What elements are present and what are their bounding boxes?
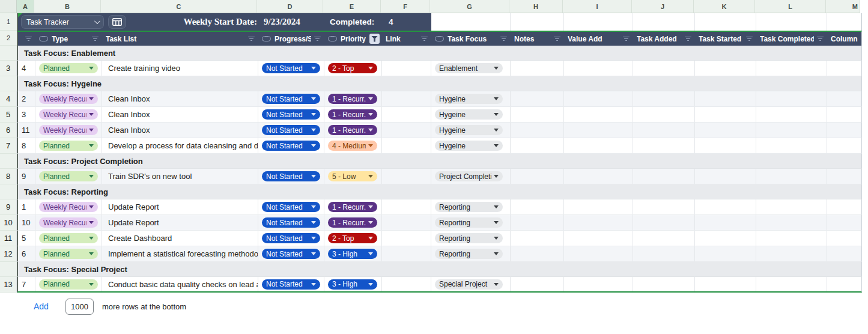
empty-cell[interactable] [633, 91, 695, 106]
empty-cell[interactable] [756, 277, 827, 291]
row-number[interactable]: 6 [0, 123, 17, 138]
column-header-E[interactable]: E [323, 0, 381, 13]
column-header-C[interactable]: C [101, 0, 257, 13]
cell-priority[interactable]: 1 - Recurr... [324, 91, 382, 106]
progress-dropdown-chip[interactable]: Not Started [262, 125, 320, 135]
cell-progress[interactable]: Not Started [258, 91, 324, 106]
cell-type[interactable]: Planned [35, 138, 102, 153]
cell-task-focus[interactable]: Hygeine [431, 138, 511, 153]
cell-progress[interactable]: Not Started [258, 169, 324, 184]
cell-link[interactable] [382, 138, 431, 153]
priority-dropdown-chip[interactable]: 5 - Low [328, 171, 377, 181]
empty-cell[interactable] [511, 107, 564, 122]
cell-task-list[interactable]: Clean Inbox [102, 91, 258, 106]
row-number[interactable]: 10 [0, 215, 17, 231]
empty-cell[interactable] [511, 61, 564, 76]
type-dropdown-chip[interactable]: Weekly Recur... [39, 109, 98, 120]
filter-icon[interactable] [684, 35, 691, 42]
cell-task-id[interactable]: 9 [18, 169, 35, 184]
cell-link[interactable] [382, 123, 431, 138]
cell-task-id[interactable]: 1 [18, 199, 35, 214]
cell-task-focus[interactable]: Reporting [431, 215, 511, 230]
column-header-A[interactable]: A [17, 0, 34, 13]
cell-progress[interactable]: Not Started [258, 123, 324, 138]
filter-icon[interactable] [420, 35, 428, 42]
cell-type[interactable]: Weekly Recur... [35, 123, 102, 138]
cell-type[interactable]: Weekly Recur... [35, 199, 102, 214]
empty-cell[interactable] [827, 107, 861, 122]
empty-cell[interactable] [695, 169, 756, 184]
empty-cell[interactable] [827, 123, 861, 138]
priority-dropdown-chip[interactable]: 1 - Recurr... [328, 109, 377, 120]
empty-cell[interactable] [756, 231, 827, 246]
cell-task-id[interactable]: 3 [18, 107, 35, 122]
filter-icon[interactable] [314, 35, 321, 42]
cell-task-list[interactable]: Conduct basic data quality checks on lea… [102, 277, 258, 291]
cell-task-list[interactable]: Clean Inbox [102, 107, 258, 122]
empty-cell[interactable] [564, 215, 633, 230]
cell-task-list[interactable]: Train SDR's on new tool [102, 169, 258, 184]
column-header-L[interactable]: L [755, 0, 826, 13]
row-number[interactable]: 13 [0, 277, 17, 293]
empty-cell[interactable] [695, 13, 756, 31]
empty-cell[interactable] [756, 91, 827, 106]
filter-icon[interactable] [500, 35, 507, 42]
rows-count-input[interactable] [65, 299, 94, 315]
empty-cell[interactable] [511, 13, 564, 31]
empty-cell[interactable] [511, 91, 564, 106]
filter-icon[interactable] [553, 35, 560, 42]
empty-cell[interactable] [695, 138, 756, 153]
row-number[interactable]: 8 [0, 169, 17, 184]
column-header-K[interactable]: K [694, 0, 755, 13]
priority-dropdown-chip[interactable]: 1 - Recurr... [328, 125, 377, 135]
cell-type[interactable]: Planned [35, 246, 102, 261]
column-filter-header-Column 13[interactable]: Column 13 [827, 32, 861, 46]
column-header-G[interactable]: G [430, 0, 509, 13]
column-header-H[interactable]: H [509, 0, 563, 13]
cell-progress[interactable]: Not Started [258, 199, 324, 214]
progress-dropdown-chip[interactable]: Not Started [262, 63, 320, 73]
task-focus-dropdown-chip[interactable]: Reporting [435, 233, 503, 243]
empty-cell[interactable] [756, 123, 827, 138]
group-header-label[interactable]: Task Focus: Enablement [18, 46, 861, 60]
cell-priority[interactable]: 3 - High [324, 246, 382, 261]
empty-cell[interactable] [695, 91, 756, 106]
cell-priority[interactable]: 2 - Top [324, 231, 382, 246]
column-filter-header-Task Started[interactable]: Task Started [695, 32, 756, 46]
cell-task-focus[interactable]: Project Completi... [431, 169, 511, 184]
cell-type[interactable]: Planned [35, 61, 102, 76]
row-number[interactable]: 4 [0, 91, 17, 107]
cell-link[interactable] [382, 199, 431, 214]
progress-dropdown-chip[interactable]: Not Started [262, 202, 320, 212]
empty-cell[interactable] [511, 199, 564, 214]
priority-dropdown-chip[interactable]: 2 - Top [328, 233, 377, 243]
cell-task-id[interactable]: 7 [18, 277, 35, 291]
empty-cell[interactable] [756, 13, 827, 31]
cell-link[interactable] [382, 61, 431, 76]
cell-priority[interactable]: 3 - High [324, 277, 382, 291]
cell-priority[interactable]: 1 - Recurr... [324, 123, 382, 138]
sheet-corner[interactable] [0, 0, 17, 13]
cell-priority[interactable]: 1 - Recurr... [324, 199, 382, 214]
add-rows-button[interactable]: Add [34, 302, 49, 311]
column-filter-header-Task Focus[interactable]: Task Focus [431, 32, 511, 46]
row-gutter-blank[interactable] [0, 184, 17, 199]
cell-progress[interactable]: Not Started [258, 246, 324, 261]
empty-cell[interactable] [511, 231, 564, 246]
task-focus-dropdown-chip[interactable]: Reporting [435, 249, 503, 259]
progress-dropdown-chip[interactable]: Not Started [262, 249, 320, 259]
empty-cell[interactable] [633, 277, 695, 291]
task-focus-dropdown-chip[interactable]: Enablement [435, 63, 503, 73]
filter-icon[interactable] [25, 35, 32, 42]
cell-task-id[interactable]: 8 [18, 138, 35, 153]
empty-cell[interactable] [633, 13, 695, 31]
empty-cell[interactable] [756, 61, 827, 76]
empty-cell[interactable] [756, 107, 827, 122]
type-dropdown-chip[interactable]: Planned [39, 249, 98, 259]
empty-cell[interactable] [827, 61, 861, 76]
weekly-start-date-label[interactable]: Weekly Start Date: [138, 13, 257, 31]
row-gutter-blank[interactable] [0, 46, 17, 61]
column-header-M[interactable]: M [826, 0, 860, 13]
column-header-I[interactable]: I [563, 0, 632, 13]
empty-cell[interactable] [511, 277, 564, 291]
